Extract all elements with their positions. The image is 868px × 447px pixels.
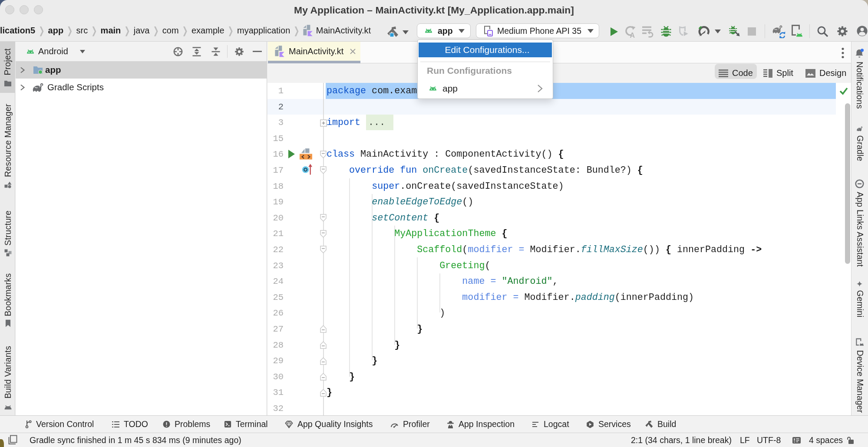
svg-text:A: A (630, 32, 635, 38)
